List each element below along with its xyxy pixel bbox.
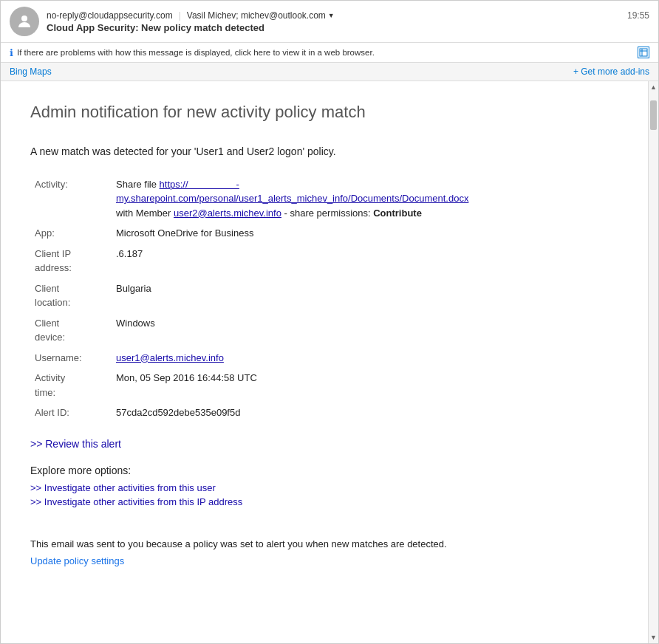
details-table: Activity: Share file https:// -my.sharep…	[30, 174, 618, 423]
recipient-name: Vasil Michev; michev@outlook.com ▼	[187, 10, 335, 21]
activity-time-value: Mon, 05 Sep 2016 16:44:58 UTC	[112, 368, 618, 402]
alert-id-label: Alert ID:	[30, 402, 112, 423]
client-ip-label: Client IPaddress:	[30, 244, 112, 278]
review-alert-link[interactable]: >> Review this alert	[30, 438, 121, 450]
chevron-down-icon[interactable]: ▼	[328, 12, 335, 19]
investigate-ip-link[interactable]: >> Investigate other activities from thi…	[30, 496, 618, 507]
client-location-label: Clientlocation:	[30, 278, 112, 313]
scroll-up-arrow[interactable]: ▲	[649, 81, 658, 93]
permission-value: Contribute	[373, 208, 422, 219]
explore-title: Explore more options:	[30, 465, 618, 476]
email-content-wrapper: Admin notification for new activity poli…	[1, 81, 658, 643]
app-value: Microsoft OneDrive for Business	[112, 223, 618, 244]
activity-label: Activity:	[30, 174, 112, 224]
client-ip-row: Client IPaddress: .6.187	[30, 244, 618, 278]
scroll-thumb[interactable]	[650, 100, 657, 130]
activity-time-row: Activitytime: Mon, 05 Sep 2016 16:44:58 …	[30, 368, 618, 402]
client-location-value: Bulgaria	[112, 278, 618, 313]
sharepoint-link[interactable]: https:// -my.sharepoint.com/personal/use…	[116, 179, 468, 205]
username-value: user1@alerts.michev.info	[112, 348, 618, 369]
info-bar-text: If there are problems with how this mess…	[17, 48, 375, 57]
username-label: Username:	[30, 348, 112, 369]
email-body: Admin notification for new activity poli…	[1, 81, 648, 643]
username-link[interactable]: user1@alerts.michev.info	[116, 352, 224, 363]
email-client: no-reply@cloudappsecurity.com | Vasil Mi…	[0, 0, 659, 644]
share-permissions-text: - share permissions:	[281, 208, 373, 219]
person-icon	[16, 13, 33, 30]
app-row: App: Microsoft OneDrive for Business	[30, 223, 618, 244]
activity-time-label: Activitytime:	[30, 368, 112, 402]
email-header: no-reply@cloudappsecurity.com | Vasil Mi…	[1, 1, 658, 43]
avatar	[10, 7, 39, 36]
alert-id-value: 57cda2cd592debe535e09f5d	[112, 402, 618, 423]
investigate-user-link[interactable]: >> Investigate other activities from thi…	[30, 482, 618, 493]
update-policy-link[interactable]: Update policy settings	[30, 555, 124, 566]
header-top-row: no-reply@cloudappsecurity.com | Vasil Mi…	[47, 10, 649, 21]
timestamp: 19:55	[627, 10, 649, 21]
activity-value: Share file https:// -my.sharepoint.com/p…	[112, 174, 618, 224]
email-footer: This email was sent to you because a pol…	[30, 530, 618, 567]
with-member-text: with Member	[116, 208, 174, 219]
pipe-divider: |	[179, 10, 181, 21]
policy-match-text: A new match was detected for your 'User1…	[30, 144, 618, 160]
browser-icon[interactable]	[638, 47, 649, 58]
email-title: Admin notification for new activity poli…	[30, 102, 618, 123]
bing-maps-addin[interactable]: Bing Maps	[10, 66, 52, 77]
client-location-row: Clientlocation: Bulgaria	[30, 278, 618, 313]
activity-row: Activity: Share file https:// -my.sharep…	[30, 174, 618, 224]
info-icon: ℹ	[10, 47, 13, 58]
svg-rect-1	[640, 49, 647, 56]
subject-line: Cloud App Security: New policy match det…	[47, 22, 649, 33]
get-more-addins[interactable]: + Get more add-ins	[573, 66, 649, 77]
footer-text: This email was sent to you because a pol…	[30, 537, 618, 552]
client-device-label: Clientdevice:	[30, 313, 112, 348]
scroll-track	[649, 93, 658, 631]
sender-info: no-reply@cloudappsecurity.com | Vasil Mi…	[47, 10, 335, 21]
share-file-text: Share file	[116, 179, 160, 190]
review-section: >> Review this alert	[30, 438, 618, 450]
client-device-value: Windows	[112, 313, 618, 348]
addins-bar: Bing Maps + Get more add-ins	[1, 63, 658, 81]
scroll-down-arrow[interactable]: ▼	[649, 631, 658, 643]
scrollbar[interactable]: ▲ ▼	[648, 81, 658, 643]
username-row: Username: user1@alerts.michev.info	[30, 348, 618, 369]
app-label: App:	[30, 223, 112, 244]
alert-id-row: Alert ID: 57cda2cd592debe535e09f5d	[30, 402, 618, 423]
info-bar-left: ℹ If there are problems with how this me…	[10, 47, 375, 58]
client-device-row: Clientdevice: Windows	[30, 313, 618, 348]
info-bar: ℹ If there are problems with how this me…	[1, 43, 658, 63]
svg-point-0	[21, 16, 27, 21]
client-ip-value: .6.187	[112, 244, 618, 278]
user2-link[interactable]: user2@alerts.michev.info	[174, 208, 281, 219]
header-meta: no-reply@cloudappsecurity.com | Vasil Mi…	[47, 10, 649, 33]
explore-section: Explore more options: >> Investigate oth…	[30, 465, 618, 507]
sender-email: no-reply@cloudappsecurity.com	[47, 10, 173, 21]
